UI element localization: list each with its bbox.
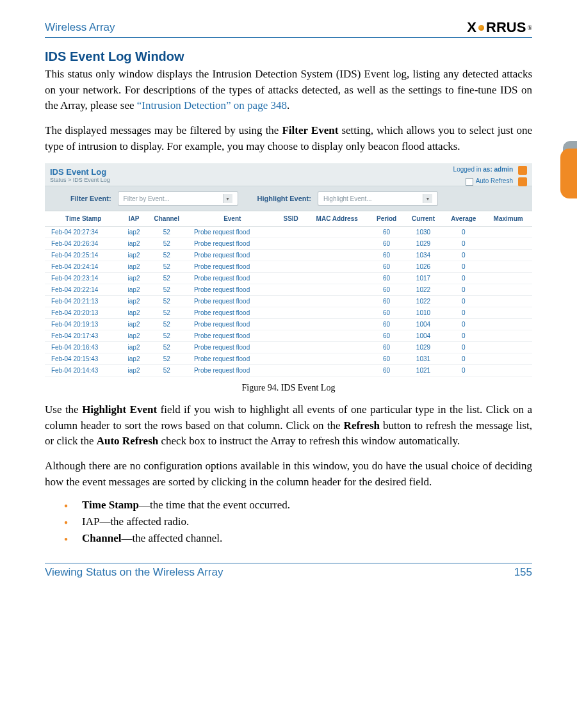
table-cell: Probe request flood <box>188 273 277 284</box>
para1-b: . <box>287 99 289 111</box>
table-cell: Feb-04 20:17:43 <box>45 330 122 342</box>
col-maximum[interactable]: Maximum <box>484 211 532 227</box>
table-cell: 60 <box>370 273 404 284</box>
auto-refresh-control[interactable]: Auto Refresh <box>466 177 513 185</box>
table-cell: Probe request flood <box>188 284 277 296</box>
paragraph-3: Use the Highlight Event field if you wis… <box>45 402 532 449</box>
table-cell: 52 <box>146 319 188 330</box>
filter-event-placeholder: Filter by Event... <box>124 195 170 202</box>
section-title: IDS Event Log Window <box>45 49 532 64</box>
table-cell: 0 <box>443 365 484 376</box>
table-cell: iap2 <box>122 307 145 319</box>
table-cell <box>305 330 370 342</box>
col-channel[interactable]: Channel <box>146 211 188 227</box>
table-row: Feb-04 20:24:14iap252Probe request flood… <box>45 261 532 273</box>
table-cell: Feb-04 20:15:43 <box>45 353 122 365</box>
table-cell: Feb-04 20:19:13 <box>45 319 122 330</box>
table-cell: 52 <box>146 227 188 238</box>
table-cell: Feb-04 20:24:14 <box>45 261 122 273</box>
table-cell <box>484 261 532 273</box>
col-average[interactable]: Average <box>443 211 484 227</box>
filter-event-label: Filter Event: <box>70 195 111 202</box>
table-cell: iap2 <box>122 365 145 376</box>
col-period[interactable]: Period <box>370 211 404 227</box>
table-cell <box>277 238 305 250</box>
refresh-icon[interactable] <box>518 177 527 186</box>
table-cell: 60 <box>370 365 404 376</box>
table-cell <box>484 307 532 319</box>
bullet-rest: IAP—the affected radio. <box>82 515 189 528</box>
table-cell: 60 <box>370 342 404 353</box>
table-header-row[interactable]: Time Stamp IAP Channel Event SSID MAC Ad… <box>45 211 532 227</box>
para3-a: Use the <box>45 403 82 416</box>
table-cell: 52 <box>146 342 188 353</box>
col-ssid[interactable]: SSID <box>277 211 305 227</box>
table-cell: Probe request flood <box>188 319 277 330</box>
table-cell: 0 <box>443 342 484 353</box>
table-cell: Feb-04 20:14:43 <box>45 365 122 376</box>
logo-rest: RRUS <box>486 19 526 36</box>
ids-event-log-screenshot: IDS Event Log Status > IDS Event Log Log… <box>45 163 532 376</box>
table-cell: 0 <box>443 261 484 273</box>
highlight-event-dropdown[interactable]: Highlight Event... ▼ <box>318 191 438 206</box>
list-item: IAP—the affected radio. <box>64 515 532 528</box>
table-cell <box>277 342 305 353</box>
table-cell: iap2 <box>122 273 145 284</box>
table-cell: 1004 <box>404 330 443 342</box>
bullet-bold: Time Stamp <box>82 499 139 511</box>
table-cell: 0 <box>443 238 484 250</box>
auto-refresh-label: Auto Refresh <box>476 177 513 184</box>
table-cell: 1004 <box>404 319 443 330</box>
col-timestamp[interactable]: Time Stamp <box>45 211 122 227</box>
filter-event-dropdown[interactable]: Filter by Event... ▼ <box>118 191 238 206</box>
table-cell <box>305 319 370 330</box>
table-cell <box>484 284 532 296</box>
table-row: Feb-04 20:21:13iap252Probe request flood… <box>45 296 532 307</box>
table-cell: 60 <box>370 296 404 307</box>
table-cell: Probe request flood <box>188 353 277 365</box>
shot-logged-as: as: <box>483 166 494 173</box>
col-current[interactable]: Current <box>404 211 443 227</box>
table-cell: 1017 <box>404 273 443 284</box>
table-cell: 52 <box>146 365 188 376</box>
col-event[interactable]: Event <box>188 211 277 227</box>
table-cell <box>305 307 370 319</box>
logo-x: X <box>467 19 476 36</box>
table-cell <box>277 227 305 238</box>
shot-logged-user: admin <box>494 166 513 173</box>
auto-refresh-checkbox[interactable] <box>466 178 473 186</box>
table-cell: iap2 <box>122 250 145 261</box>
footer-left: Viewing Status on the Wireless Array <box>45 566 223 579</box>
table-cell <box>305 261 370 273</box>
logo: X RRUS ® <box>467 19 532 36</box>
table-cell: Probe request flood <box>188 365 277 376</box>
table-cell: 52 <box>146 250 188 261</box>
table-row: Feb-04 20:22:14iap252Probe request flood… <box>45 284 532 296</box>
col-iap[interactable]: IAP <box>122 211 145 227</box>
shot-breadcrumb: Status > IDS Event Log <box>50 177 527 183</box>
table-cell: 60 <box>370 307 404 319</box>
table-cell: 1021 <box>404 365 443 376</box>
table-cell <box>305 342 370 353</box>
logout-icon[interactable] <box>518 166 527 175</box>
col-mac[interactable]: MAC Address <box>305 211 370 227</box>
table-cell: 1034 <box>404 250 443 261</box>
table-cell: 1022 <box>404 284 443 296</box>
table-cell: 60 <box>370 319 404 330</box>
page-footer: Viewing Status on the Wireless Array 155 <box>45 563 532 579</box>
table-cell: 60 <box>370 330 404 342</box>
table-row: Feb-04 20:23:14iap252Probe request flood… <box>45 273 532 284</box>
table-cell: Probe request flood <box>188 261 277 273</box>
table-cell: Feb-04 20:23:14 <box>45 273 122 284</box>
para3-bold2: Refresh <box>344 419 380 432</box>
table-cell <box>305 273 370 284</box>
table-cell: iap2 <box>122 227 145 238</box>
shot-header: IDS Event Log Status > IDS Event Log Log… <box>45 163 532 186</box>
table-cell <box>305 353 370 365</box>
table-cell <box>277 330 305 342</box>
table-cell: 52 <box>146 284 188 296</box>
table-row: Feb-04 20:16:43iap252Probe request flood… <box>45 342 532 353</box>
intrusion-detection-link[interactable]: “Intrusion Detection” on page 348 <box>137 99 287 111</box>
table-cell <box>484 250 532 261</box>
table-cell: 1022 <box>404 296 443 307</box>
